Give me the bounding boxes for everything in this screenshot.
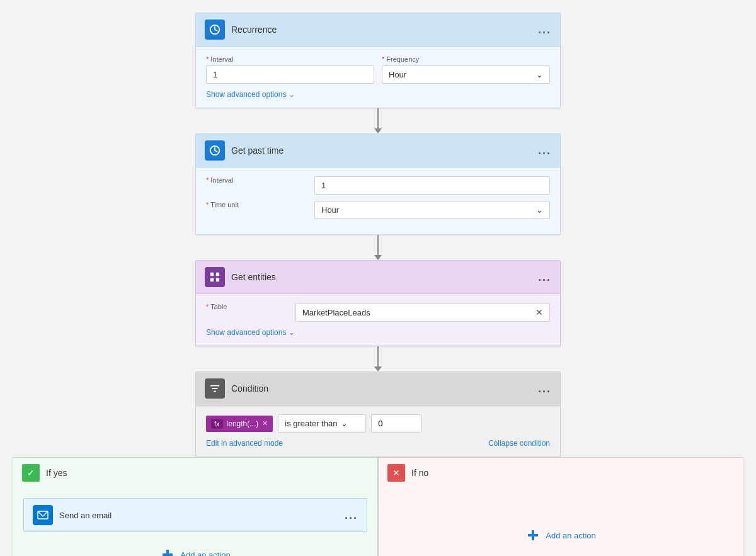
email-card-title: Send an email	[59, 511, 345, 520]
add-action-icon-no	[525, 528, 541, 543]
edit-advanced-link[interactable]: Edit in advanced mode	[206, 439, 283, 448]
recurrence-interval-input[interactable]	[206, 65, 374, 84]
branch-yes-body: Send an email ... Add an action	[13, 488, 377, 556]
recurrence-fields-row: * Interval * Frequency Hour ⌄	[206, 55, 550, 84]
chevron-icon-3: ⌄	[289, 328, 295, 337]
recurrence-frequency-group: * Frequency Hour ⌄	[382, 55, 550, 84]
branch-yes-add-action-label: Add an action	[180, 550, 231, 557]
svg-rect-4	[210, 278, 214, 281]
recurrence-frequency-select[interactable]: Hour ⌄	[382, 65, 550, 84]
condition-body: fx length(...) ✕ is greater than ⌄ Edit …	[196, 406, 560, 457]
getpasttime-timeunit-select-group: Hour ⌄	[314, 201, 550, 219]
add-action-svg-no	[527, 529, 539, 542]
svg-rect-7	[212, 388, 218, 389]
svg-rect-2	[210, 273, 214, 276]
getpasttime-title: Get past time	[231, 145, 538, 156]
connector-line-3	[377, 346, 379, 366]
svg-rect-13	[532, 530, 534, 540]
recurrence-body: * Interval * Frequency Hour ⌄ Show advan…	[196, 47, 560, 108]
recurrence-interval-label: * Interval	[206, 55, 374, 63]
req-star-5: *	[206, 303, 209, 310]
collapse-condition-link[interactable]: Collapse condition	[488, 439, 550, 448]
getentities-body: * Table MarketPlaceLeads ✕ Show advanced…	[196, 294, 560, 346]
condition-menu[interactable]: ...	[538, 382, 551, 395]
condition-operator-select[interactable]: is greater than ⌄	[278, 414, 366, 433]
table-clear-button[interactable]: ✕	[536, 307, 543, 317]
getpasttime-menu[interactable]: ...	[538, 144, 551, 157]
condition-links: Edit in advanced mode Collapse condition	[206, 439, 550, 448]
svg-rect-6	[210, 385, 219, 387]
condition-icon	[205, 378, 225, 399]
branch-yes-add-action[interactable]: Add an action	[155, 542, 236, 556]
grid-svg	[209, 271, 220, 283]
recurrence-menu[interactable]: ...	[538, 23, 551, 37]
required-star-2: *	[382, 55, 384, 63]
connector-line-1	[377, 108, 379, 128]
getpasttime-card: Get past time ... * Interval * Time unit	[195, 133, 561, 235]
getentities-menu[interactable]: ...	[538, 271, 551, 284]
connector-arrow-2	[374, 255, 382, 260]
getentities-table-label-group: * Table	[206, 303, 288, 322]
connector-line-2	[377, 235, 379, 255]
getentities-table-row: * Table MarketPlaceLeads ✕	[206, 303, 550, 322]
getentities-table-input-group: MarketPlaceLeads ✕	[295, 303, 550, 322]
email-card[interactable]: Send an email ...	[23, 498, 367, 532]
clock-svg	[209, 24, 220, 35]
req-star-3: *	[206, 176, 209, 184]
recurrence-card: Recurrence ... * Interval * Frequency Ho…	[195, 13, 561, 108]
chip-close-button[interactable]: ✕	[262, 419, 268, 428]
recurrence-icon	[205, 20, 225, 40]
getpasttime-timeunit-label-group: * Time unit	[206, 201, 307, 219]
getpasttime-interval-input-group	[314, 176, 550, 195]
getpasttime-body: * Interval * Time unit Hour ⌄	[196, 167, 560, 234]
branch-yes-title: If yes	[46, 468, 67, 478]
getentities-card: Get entities ... * Table MarketPlaceLead…	[195, 260, 561, 346]
condition-value-input[interactable]	[371, 414, 421, 433]
chevron-down-icon-4: ⌄	[341, 419, 348, 428]
clock-svg-2	[209, 145, 220, 156]
required-star: *	[206, 55, 209, 63]
getpasttime-timeunit-select[interactable]: Hour ⌄	[314, 201, 550, 219]
getentities-table-label: * Table	[206, 303, 288, 310]
svg-rect-5	[216, 278, 219, 281]
svg-rect-8	[214, 391, 216, 392]
fx-icon: fx	[211, 419, 223, 429]
chevron-down-icon-2: ⌄	[536, 205, 543, 215]
condition-title: Condition	[231, 383, 538, 394]
branch-no-add-action[interactable]: Add an action	[520, 523, 601, 548]
getentities-show-advanced[interactable]: Show advanced options ⌄	[206, 328, 550, 337]
recurrence-header: Recurrence ...	[196, 13, 560, 47]
email-icon	[33, 505, 53, 525]
condition-chip-label: length(...)	[227, 419, 259, 428]
getentities-table-value: MarketPlaceLeads	[302, 308, 536, 317]
branches-container: ✓ If yes Send an email ...	[13, 457, 743, 556]
getentities-table-field[interactable]: MarketPlaceLeads ✕	[295, 303, 550, 322]
getpasttime-icon	[205, 140, 225, 161]
condition-row: fx length(...) ✕ is greater than ⌄	[206, 414, 550, 433]
getpasttime-timeunit-value: Hour	[321, 205, 339, 215]
chevron-icon: ⌄	[289, 90, 295, 99]
recurrence-frequency-value: Hour	[389, 70, 406, 79]
branch-no: ✕ If no Add an action	[378, 457, 743, 556]
email-card-menu[interactable]: ...	[345, 509, 358, 522]
branch-no-title: If no	[411, 468, 428, 478]
condition-header: Condition ...	[196, 372, 560, 406]
connector-2	[374, 235, 382, 260]
branch-no-header: ✕ If no	[379, 458, 743, 488]
recurrence-frequency-label: * Frequency	[382, 55, 550, 63]
getentities-icon	[205, 267, 225, 287]
condition-card: Condition ... fx length(...) ✕ is greate…	[195, 372, 561, 457]
condition-chip[interactable]: fx length(...) ✕	[206, 416, 273, 432]
recurrence-show-advanced[interactable]: Show advanced options ⌄	[206, 90, 550, 99]
branch-no-body: Add an action	[379, 488, 743, 556]
getpasttime-interval-label: * Interval	[206, 176, 307, 184]
getpasttime-interval-input[interactable]	[314, 176, 550, 195]
branch-yes: ✓ If yes Send an email ...	[13, 457, 378, 556]
getpasttime-interval-group: * Interval	[206, 176, 307, 195]
condition-operator-value: is greater than	[285, 419, 337, 428]
getentities-title: Get entities	[231, 272, 538, 282]
req-star-4: *	[206, 201, 209, 208]
branch-no-icon: ✕	[387, 464, 405, 482]
branch-yes-icon: ✓	[22, 464, 40, 482]
connector-1	[374, 108, 382, 133]
